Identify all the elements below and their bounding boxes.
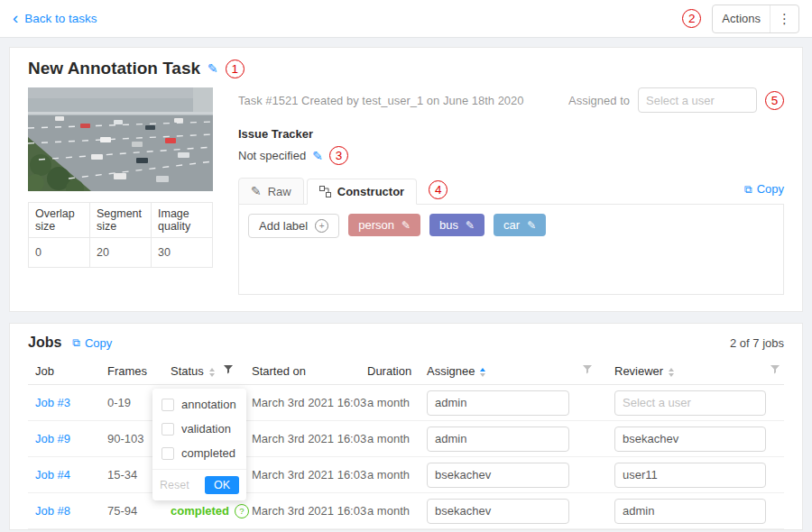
assigned-to-group: Assigned to 5 (568, 87, 784, 113)
job-2-duration: a month (360, 457, 420, 493)
tab-raw-label: Raw (268, 185, 291, 198)
edit-label-car-icon[interactable]: ✎ (527, 219, 536, 232)
jobs-header: Jobs ⧉ Copy 2 of 7 jobs (28, 335, 784, 351)
job-4-link[interactable]: Job #4 (35, 468, 70, 482)
filter-ok-button[interactable]: OK (205, 476, 239, 494)
annotation-checkbox[interactable] (161, 399, 174, 411)
topbar: ‹ Back to tasks 2 Actions ⋮ (0, 0, 812, 38)
col-started-on: Started on (245, 358, 360, 385)
job-3-assignee-input[interactable] (427, 499, 569, 524)
job-3-link[interactable]: Job #3 (35, 396, 70, 409)
job-3-status: completed ? (171, 504, 249, 518)
assignee-filter-button[interactable] (575, 358, 607, 385)
more-options-icon[interactable]: ⋮ (770, 5, 798, 32)
filter-dropdown-footer: Reset OK (152, 469, 246, 500)
assignee-filter-icon[interactable] (582, 364, 593, 375)
task-meta-row: Task #1521 Created by test_user_1 on Jun… (238, 87, 784, 113)
col-job: Job (28, 358, 100, 385)
param-value-segment: 20 (90, 238, 152, 268)
label-chip-bus[interactable]: bus ✎ (429, 214, 484, 236)
filter-option-completed[interactable]: completed (152, 441, 246, 465)
job-2-reviewer-input[interactable] (614, 463, 766, 488)
issue-tracker-value-row: Not specified ✎ 3 (238, 146, 784, 165)
job-2-started: March 3rd 2021 16:03 (245, 457, 360, 493)
job-3-duration: a month (360, 493, 420, 529)
job-9-link[interactable]: Job #9 (35, 432, 70, 445)
cvat-task-page: ‹ Back to tasks 2 Actions ⋮ New Annotati… (0, 0, 812, 532)
col-status[interactable]: Status (163, 358, 216, 385)
actions-label: Actions (713, 12, 770, 25)
jobs-title: Jobs (28, 335, 61, 351)
job-1-reviewer-input[interactable] (614, 427, 766, 452)
task-parameters-table: Overlap size Segment size Image quality … (28, 202, 213, 268)
job-0-assignee-input[interactable] (427, 390, 569, 416)
task-title: New Annotation Task (28, 59, 200, 78)
job-0-started: March 3rd 2021 16:03 (245, 385, 360, 421)
topbar-right: 2 Actions ⋮ (682, 5, 799, 33)
label-chip-car[interactable]: car ✎ (494, 214, 546, 236)
tab-constructor-label: Constructor (337, 185, 404, 198)
job-8-link[interactable]: Job #8 (35, 504, 70, 518)
col-reviewer[interactable]: Reviewer (607, 358, 762, 385)
col-frames: Frames (100, 358, 163, 385)
status-filter-dropdown: annotation validation completed Reset OK (152, 389, 246, 500)
annotation-marker-3: 3 (329, 146, 348, 165)
copy-labels-label: Copy (757, 182, 784, 196)
edit-issue-tracker-icon[interactable]: ✎ (312, 149, 323, 163)
actions-button[interactable]: Actions ⋮ (712, 5, 799, 33)
col-assignee[interactable]: Assignee (420, 358, 575, 385)
job-0-reviewer-input[interactable] (614, 390, 766, 416)
job-1-started: March 3rd 2021 16:03 (245, 421, 360, 457)
edit-task-name-icon[interactable]: ✎ (208, 61, 218, 76)
labels-tabbar: ✎ Raw Constructor 4 (238, 178, 784, 205)
back-to-tasks-link[interactable]: ‹ Back to tasks (13, 11, 97, 26)
status-filter-icon[interactable] (223, 364, 234, 375)
param-value-quality: 30 (152, 238, 213, 268)
filter-option-annotation[interactable]: annotation (152, 392, 246, 417)
col-duration: Duration (360, 358, 420, 385)
tab-constructor[interactable]: Constructor (307, 179, 417, 205)
tab-raw[interactable]: ✎ Raw (238, 178, 304, 205)
task-assignee-input[interactable] (638, 87, 757, 113)
label-chip-person[interactable]: person ✎ (348, 214, 420, 236)
edit-label-bus-icon[interactable]: ✎ (466, 219, 475, 232)
copy-jobs-link[interactable]: ⧉ Copy (72, 336, 112, 350)
issue-tracker-label: Issue Tracker (238, 127, 784, 141)
copy-icon: ⧉ (744, 183, 752, 196)
label-chip-person-text: person (358, 218, 394, 232)
validation-checkbox[interactable] (161, 423, 174, 436)
annotation-marker-4: 4 (429, 180, 448, 199)
status-filter-button[interactable] (216, 358, 245, 385)
job-2-assignee-input[interactable] (427, 463, 569, 488)
job-row-2: Job #4 15-34 March 3rd 2021 16:03 a mont… (28, 457, 784, 493)
job-3-reviewer-input[interactable] (614, 499, 766, 524)
edit-label-person-icon[interactable]: ✎ (401, 219, 411, 232)
status-help-icon[interactable]: ? (235, 504, 249, 518)
copy-labels-link[interactable]: ⧉ Copy (744, 182, 784, 199)
param-header-quality: Image quality (152, 203, 213, 238)
add-label-button[interactable]: Add label + (248, 214, 339, 238)
labels-editor: ✎ Raw Constructor 4 (238, 178, 784, 295)
assignee-sort-control[interactable] (480, 368, 485, 377)
job-1-duration: a month (360, 421, 420, 457)
task-right-column: Task #1521 Created by test_user_1 on Jun… (238, 87, 784, 295)
filter-reset-button[interactable]: Reset (160, 479, 189, 491)
param-header-overlap: Overlap size (29, 203, 90, 238)
jobs-table-header-row: Job Frames Status Started on Duration As… (28, 358, 784, 385)
task-left-column: Overlap size Segment size Image quality … (28, 87, 213, 295)
job-row-1: Job #9 90-103 March 3rd 2021 16:03 a mon… (28, 421, 784, 457)
task-body: Overlap size Segment size Image quality … (28, 87, 784, 295)
job-0-duration: a month (360, 385, 420, 421)
reviewer-filter-icon[interactable] (770, 364, 780, 375)
constructor-icon (319, 186, 331, 197)
completed-checkbox[interactable] (161, 447, 174, 460)
job-1-assignee-input[interactable] (427, 427, 569, 452)
col-status-label: Status (171, 364, 204, 378)
reviewer-sort-control[interactable] (669, 368, 674, 377)
status-sort-control[interactable] (209, 368, 215, 377)
filter-option-validation[interactable]: validation (152, 417, 246, 441)
job-3-started: March 3rd 2021 16:03 (245, 493, 360, 529)
reviewer-filter-button[interactable] (762, 358, 784, 385)
param-value-overlap: 0 (29, 238, 90, 268)
add-label-text: Add label (259, 219, 308, 233)
